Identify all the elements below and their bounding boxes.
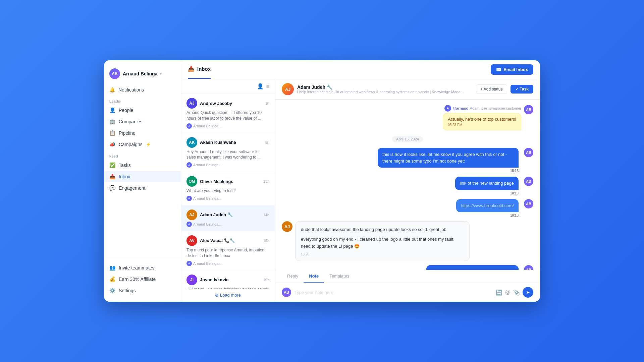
tab-templates[interactable]: Templates (324, 270, 355, 283)
note-content: A @arnaud Adam is an awesome customer Ac… (443, 105, 521, 130)
email-inbox-button[interactable]: ✉️ Email Inbox (491, 64, 533, 75)
msg-row-note: A @arnaud Adam is an awesome customer Ac… (282, 105, 533, 130)
tab-note[interactable]: Note (304, 270, 324, 283)
engagement-icon: 💬 (109, 185, 115, 191)
conv-item-akash[interactable]: AK Akash Kushwaha 5h Hey Arnaud, I reall… (181, 133, 275, 172)
mention-avatar: A (444, 105, 451, 112)
filter-person-icon[interactable]: 👤 (257, 83, 264, 89)
notifications-label: Notifications (118, 87, 144, 93)
note-bubble: Actually, he's one of top customers! 05:… (443, 113, 521, 130)
filter-icon[interactable]: ≡ (266, 83, 269, 89)
conv-sender-avatar-alex: A (186, 261, 192, 266)
conv-avatar-andrew: AJ (186, 98, 197, 109)
sidebar-item-pipeline[interactable]: 📋 Pipeline (104, 127, 181, 139)
msg-content-outgoing-2: link of the new landing page 18:13 (455, 177, 519, 195)
reply-area: Reply Note Templates AB 🔄 (275, 270, 540, 302)
user-menu[interactable]: AB Arnaud Belinga ▾ (104, 66, 181, 84)
note-bubble-text: Actually, he's one of top customers! (448, 117, 516, 122)
tasks-label: Tasks (119, 163, 131, 168)
send-button[interactable]: ➤ (523, 287, 533, 298)
conv-name-akash: Akash Kushwaha (200, 140, 236, 145)
conv-preview-alex: Top merci pour la réponse Arnaud, impati… (186, 247, 269, 259)
msg-row-outgoing-1: this is how it looks like, let me know i… (282, 148, 533, 173)
attachment-icon[interactable]: 📎 (513, 289, 520, 296)
msg-bubble-outgoing-3: https://www.breakcold.com/ (456, 199, 519, 213)
inbox-icon: 📥 (109, 174, 115, 180)
main-content: 📥 Inbox ✉️ Email Inbox 👤 ≡ (181, 60, 540, 302)
body-panels: 👤 ≡ AJ Andrew Jacoby 1h Arnaud Quick que… (181, 79, 540, 302)
conv-item-andrew[interactable]: AJ Andrew Jacoby 1h Arnaud Quick questio… (181, 94, 275, 133)
msg-text-outgoing-3: https://www.breakcold.com/ (461, 203, 514, 208)
sidebar-item-engagement[interactable]: 💬 Engagement (104, 182, 181, 194)
msg-row-incoming-1: AJ dude that looks awesome! the landing … (282, 221, 533, 261)
tab-reply[interactable]: Reply (282, 270, 304, 283)
chat-header: AJ Adam Judeh 🔧 I help internal teams bu… (275, 79, 540, 100)
conv-sender-oliver: A Arnaud Belinga... (186, 196, 269, 201)
conv-avatar-adam: AJ (186, 209, 197, 220)
conv-sender-alex: A Arnaud Belinga... (186, 261, 269, 266)
conv-name-jovan: Jovan Ivkovic (200, 277, 228, 282)
pipeline-icon: 📋 (109, 130, 115, 136)
sidebar-item-settings[interactable]: ⚙️ Settings (104, 285, 181, 296)
large-msg-time: 18:26 (301, 252, 464, 256)
conv-preview-andrew: Arnaud Quick question...if I offered you… (186, 110, 269, 121)
main-header: 📥 Inbox ✉️ Email Inbox (181, 60, 540, 79)
sidebar-item-companies[interactable]: 🏢 Companies (104, 116, 181, 127)
sidebar-item-affiliate[interactable]: 💰 Earn 30% Affiliate (104, 274, 181, 285)
bell-icon: 🔔 (109, 87, 115, 93)
sidebar-item-invite[interactable]: 👥 Invite teammates (104, 262, 181, 274)
reply-tabs: Reply Note Templates (275, 270, 540, 283)
conv-preview-oliver: What are you trying to test? (186, 188, 269, 194)
inbox-tab[interactable]: 📥 Inbox (188, 60, 211, 79)
sidebar-item-inbox[interactable]: 📥 Inbox (104, 171, 181, 182)
add-status-button[interactable]: + Add status (476, 84, 507, 94)
invite-label: Invite teammates (119, 265, 155, 270)
conversation-items: AJ Andrew Jacoby 1h Arnaud Quick questio… (181, 94, 275, 289)
inbox-tab-label: Inbox (197, 66, 211, 72)
affiliate-icon: 💰 (109, 276, 115, 282)
sidebar: AB Arnaud Belinga ▾ 🔔 Notifications Lead… (104, 60, 181, 302)
msg-time-outgoing-2: 18:13 (510, 191, 519, 195)
sidebar-item-tasks[interactable]: ✅ Tasks (104, 160, 181, 171)
load-more-button[interactable]: ⊕ Load more (181, 289, 275, 302)
sidebar-item-campaigns[interactable]: 📣 Campaigns ⚡ (104, 139, 181, 150)
at-icon[interactable]: @ (505, 289, 511, 295)
conv-item-alex[interactable]: AV Alex Vacca 📞🔧 15h Top merci pour la r… (181, 231, 275, 270)
reply-icons: 🔄 @ 📎 ➤ (496, 287, 533, 298)
conv-item-oliver[interactable]: OM Oliver Meakings 13h What are you tryi… (181, 172, 275, 205)
conv-name-adam: Adam Judeh 🔧 (200, 212, 233, 217)
chat-area: AJ Adam Judeh 🔧 I help internal teams bu… (275, 79, 540, 302)
chat-header-right: + Add status ✓ Task (476, 84, 533, 94)
conv-sender-adam: A Arnaud Belinga... (186, 222, 269, 227)
conv-item-jovan[interactable]: JI Jovan Ivkovic 19h Hi Arnaud, I've bee… (181, 270, 275, 289)
campaigns-label: Campaigns (119, 142, 143, 147)
conv-time-alex: 15h (263, 239, 269, 243)
people-label: People (119, 108, 133, 113)
user-name: Arnaud Belinga (123, 71, 157, 76)
note-tag-text: Adam is an awesome customer (470, 106, 521, 110)
note-time: 05:28 PM (448, 123, 516, 127)
large-msg-text-1: dude that looks awesome! the landing pag… (301, 226, 464, 233)
chat-contact-subtitle: I help internal teams build automated wo… (297, 90, 465, 94)
send-icon: ➤ (526, 290, 530, 295)
conv-list-header: 👤 ≡ (181, 79, 275, 94)
emoji-icon[interactable]: 🔄 (496, 289, 502, 296)
conv-name-oliver: Oliver Meakings (200, 179, 233, 184)
reply-input-row: AB 🔄 @ 📎 ➤ (275, 283, 540, 302)
lightning-icon: ⚡ (146, 142, 151, 147)
msg-content-outgoing-3: https://www.breakcold.com/ 18:13 (456, 199, 519, 218)
msg-text-outgoing-1: this is how it looks like, let me know i… (382, 152, 507, 164)
people-icon: 👤 (109, 107, 115, 113)
conv-item-adam[interactable]: AJ Adam Judeh 🔧 14h A Arnaud Belinga... (181, 205, 275, 231)
incoming-avatar-1: AJ (282, 221, 292, 232)
sidebar-item-notifications[interactable]: 🔔 Notifications (104, 84, 181, 95)
conv-name-andrew: Andrew Jacoby (200, 101, 232, 106)
conv-sender-avatar-akash: A (186, 162, 192, 168)
msg-row-outgoing-2: link of the new landing page 18:13 AB (282, 177, 533, 195)
reply-avatar: AB (282, 288, 291, 297)
sidebar-item-people[interactable]: 👤 People (104, 105, 181, 116)
note-input[interactable] (294, 290, 492, 295)
task-button[interactable]: ✓ Task (511, 85, 533, 94)
conv-time-adam: 14h (263, 213, 269, 217)
feed-section-label: Feed (104, 150, 181, 160)
